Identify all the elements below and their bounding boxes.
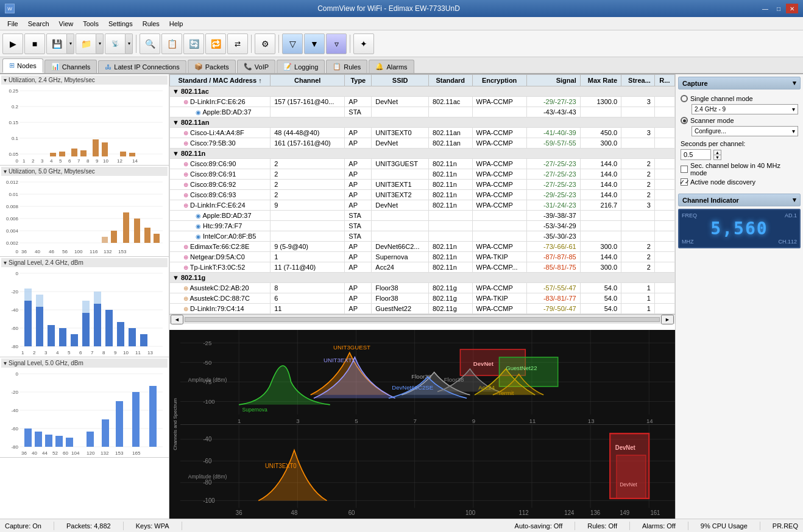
table-row[interactable]: ⊕ Cisco:89:C6:90 2AP UNIT3GUEST 802.11n … [170, 159, 675, 169]
table-row[interactable]: ⊕ Cisco:89:C6:91 2AP 802.11n WPA-CCMP -2… [170, 169, 675, 180]
table-row[interactable]: ◉ Apple:BD:AD:37 STA -43/-43/-43 [170, 107, 675, 117]
filter2-button[interactable]: ▼ [304, 33, 325, 54]
col-header-maxrate[interactable]: Max Rate [580, 75, 621, 86]
util24-title[interactable]: ▾ Utilization, 2.4 GHz, Mbytes/sec [1, 75, 168, 85]
svg-text:6: 6 [79, 350, 82, 355]
tab-alarms[interactable]: 🔔 Alarms [369, 60, 414, 73]
sig50-title[interactable]: ▾ Signal Level, 5.0 GHz, dBm [1, 359, 168, 368]
maximize-button[interactable]: □ [773, 4, 785, 13]
open-dropdown[interactable]: ▾ [96, 33, 104, 54]
freq-dropdown[interactable]: 2.4 GHz - 9 ▾ [692, 104, 798, 114]
settings-button[interactable]: ⚙ [255, 33, 275, 54]
menu-view[interactable]: View [54, 19, 79, 29]
col-header-standard[interactable]: Standard [429, 75, 473, 86]
single-channel-freq-dropdown[interactable]: 2.4 GHz - 9 ▾ [692, 104, 798, 114]
scroll-right-btn[interactable]: ► [661, 315, 674, 324]
tab-packets[interactable]: 📦 Packets [188, 60, 236, 73]
tab-channels[interactable]: 📊 Channels [44, 60, 97, 73]
util50-title[interactable]: ▾ Utilization, 5.0 GHz, Mbytes/sec [1, 167, 168, 176]
reconnect-button[interactable]: 🔁 [205, 33, 226, 54]
table-row[interactable]: ⊕ EdimaxTe:66:C2:8E 9 (5-9@40)AP DevNet6… [170, 242, 675, 252]
minimize-button[interactable]: — [759, 4, 771, 13]
table-row[interactable]: ⊕ D-LinkIn:FC:E6:24 9AP DevNet 802.11n W… [170, 200, 675, 211]
svg-rect-111 [102, 419, 109, 447]
menu-file[interactable]: File [2, 19, 23, 29]
logging-icon: 📝 [283, 63, 292, 71]
col-header-mac[interactable]: Standard / MAC Address ↑ [170, 75, 271, 86]
tab-ip-connections[interactable]: 🖧 Latest IP Connections [98, 60, 186, 73]
stop-button[interactable]: ■ [24, 33, 45, 54]
open-button[interactable]: 📁 [76, 33, 96, 54]
table-row[interactable]: ⊕ Cisco:79:5B:30 161 (157-161@40) AP Dev… [170, 138, 675, 149]
menu-settings[interactable]: Settings [104, 19, 138, 29]
menu-search[interactable]: Search [23, 19, 54, 29]
active-node-checkbox[interactable]: ✓ [681, 178, 688, 186]
spc-input[interactable] [681, 149, 711, 160]
copy-button[interactable]: 📋 [161, 33, 182, 54]
col-header-ssid[interactable]: SSID [372, 75, 429, 86]
spc-up[interactable]: ▲ [713, 150, 721, 155]
spc-spinner[interactable]: ▲ ▼ [713, 150, 721, 160]
expand-80211g[interactable]: ▼ [172, 274, 179, 281]
tab-voip[interactable]: 📞 VoIP [237, 60, 275, 73]
table-row[interactable]: ⊕ D-LinkIn:79:C4:14 11AP GuestNet22 802.… [170, 304, 675, 314]
col-header-streams[interactable]: Strea... [621, 75, 655, 86]
table-row[interactable]: ◉ Apple:BD:AD:37 STA -39/-38/-37 [170, 211, 675, 221]
save-dropdown[interactable]: ▾ [67, 33, 74, 54]
search-button[interactable]: 🔍 [140, 33, 160, 54]
filter3-button[interactable]: ▿ [326, 33, 347, 54]
sec-channel-checkbox[interactable] [681, 166, 688, 173]
menu-rules[interactable]: Rules [138, 19, 164, 29]
spc-down[interactable]: ▼ [713, 155, 721, 160]
table-row[interactable]: ⊕ Cisco:89:C6:92 2AP UNIT3EXT1 802.11n W… [170, 180, 675, 190]
svg-text:9: 9 [472, 418, 475, 424]
table-row[interactable]: ⊕ Cisco:89:C6:93 2AP UNIT3EXT2 802.11n W… [170, 190, 675, 200]
freq-value: 5,560 [682, 219, 797, 239]
play-button[interactable]: ▶ [2, 33, 23, 54]
svg-rect-108 [55, 436, 63, 447]
table-row[interactable]: ⊕ Cisco-Li:4A:A4:8F 48 (44-48@40) AP UNI… [170, 128, 675, 138]
table-row[interactable]: ◉ IntelCor:A0:8F:B5 STA -35/-30/-23 [170, 231, 675, 242]
close-button[interactable]: ✕ [786, 4, 798, 13]
channel-indicator-section: Channel Indicator ▾ FREQ AD.1 5,560 MHZ … [678, 194, 801, 248]
expand-80211n[interactable]: ▼ [172, 150, 179, 157]
table-row[interactable]: ◉ Htc:99:7A:F7 STA -53/-34/-29 [170, 221, 675, 231]
single-channel-radio[interactable] [681, 95, 688, 102]
col-header-encryption[interactable]: Encryption [472, 75, 526, 86]
table-row[interactable]: ⊕ D-LinkIn:FC:E6:26 157 (157-161@40... A… [170, 97, 675, 107]
sig24-title[interactable]: ▾ Signal Level, 2.4 GHz, dBm [1, 258, 168, 267]
table-hscroll[interactable]: ◄ ► [169, 314, 675, 324]
table-row[interactable]: ⊕ Tp-LinkT:F3:0C:52 11 (7-11@40)AP Acc24… [170, 262, 675, 273]
svg-text:-60: -60 [11, 326, 18, 331]
table-row[interactable]: ⊕ Netgear:D9:5A:C0 1AP Supernova 802.11n… [170, 252, 675, 262]
col-header-type[interactable]: Type [345, 75, 372, 86]
scroll-left-btn[interactable]: ◄ [171, 315, 183, 324]
tab-rules[interactable]: 📋 Rules [326, 60, 367, 73]
packetgen-dropdown[interactable]: ▾ [126, 33, 133, 54]
spectrum-bottom-svg: -40 -60 -80 -100 Amplitude (dBm) UNIT3EX… [180, 425, 675, 519]
wand-button[interactable]: ✦ [353, 33, 374, 54]
svg-text:UNIT3EXT1: UNIT3EXT1 [324, 357, 355, 363]
configure-dropdown-wrapper[interactable]: Configure... ▾ [692, 126, 798, 136]
col-header-signal[interactable]: Signal [526, 75, 580, 86]
tab-logging[interactable]: 📝 Logging [277, 60, 325, 73]
filter1-button[interactable]: ▽ [282, 33, 303, 54]
menu-help[interactable]: Help [164, 19, 188, 29]
expand-80211an[interactable]: ▼ [172, 119, 179, 126]
tab-nodes[interactable]: ⊞ Nodes [2, 58, 43, 73]
table-row[interactable]: ⊕ AsustekC:D2:AB:20 8AP Floor38 802.11g … [170, 283, 675, 293]
util50-chart: 0.012 0.01 0.008 0.006 0.004 0.002 0 36 [1, 176, 168, 255]
col-header-channel[interactable]: Channel [271, 75, 345, 86]
scanner-mode-radio[interactable] [681, 117, 688, 124]
table-row[interactable]: ⊕ AsustekC:DC:88:7C 6AP Floor38 802.11g … [170, 293, 675, 304]
menu-tools[interactable]: Tools [78, 19, 104, 29]
expand-80211ac[interactable]: ▼ [172, 88, 179, 95]
refresh-button[interactable]: 🔄 [183, 33, 204, 54]
save-button[interactable]: 💾 [46, 33, 67, 54]
configure-dropdown[interactable]: Configure... ▾ [692, 126, 798, 136]
svg-rect-73 [59, 328, 66, 346]
col-header-r[interactable]: R... [654, 75, 674, 86]
node-table[interactable]: Standard / MAC Address ↑ Channel Type SS… [169, 74, 675, 330]
packet-gen-button[interactable]: 📡 [105, 33, 126, 54]
arrows-button[interactable]: ⇄ [227, 33, 248, 54]
